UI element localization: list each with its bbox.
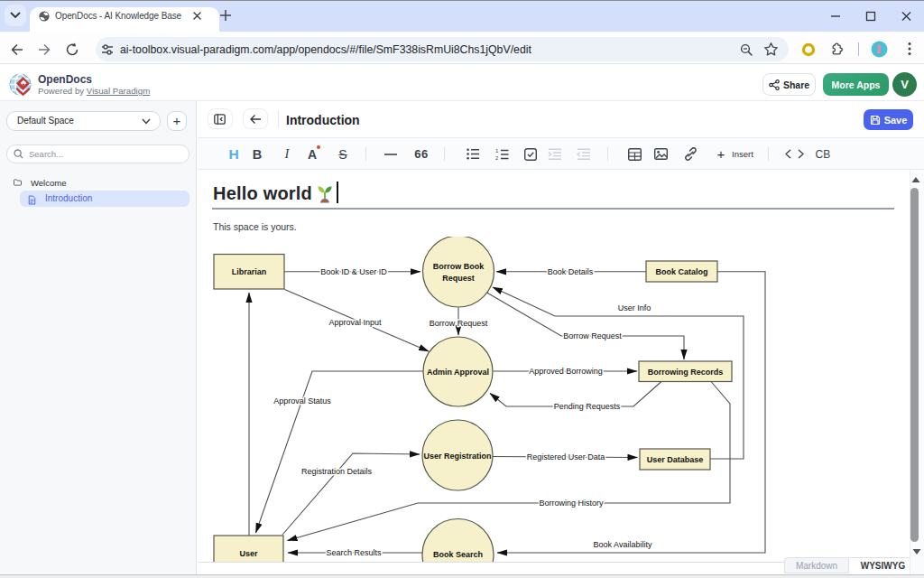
svg-text:User Info: User Info	[618, 303, 651, 312]
svg-text:Book ID & User ID: Book ID & User ID	[320, 267, 387, 276]
svg-text:Borrow Request: Borrow Request	[563, 331, 622, 340]
svg-text:Borrow Request: Borrow Request	[430, 319, 488, 328]
svg-text:Book Availability: Book Availability	[594, 540, 652, 549]
svg-text:Admin Approval: Admin Approval	[427, 368, 489, 377]
svg-text:User: User	[239, 549, 258, 558]
svg-text:Book Search: Book Search	[433, 550, 483, 559]
svg-text:Approval Input: Approval Input	[328, 318, 382, 327]
svg-text:Book Details: Book Details	[548, 267, 594, 276]
svg-text:Borrowing Records: Borrowing Records	[648, 368, 724, 377]
svg-text:User Registration: User Registration	[423, 452, 491, 461]
svg-text:Registration Details: Registration Details	[301, 467, 373, 476]
svg-text:Borrowing History: Borrowing History	[539, 499, 604, 508]
svg-text:1: 1	[495, 148, 499, 154]
svg-text:Borrow Book: Borrow Book	[433, 262, 485, 271]
svg-text:2: 2	[495, 155, 499, 161]
svg-text:Librarian: Librarian	[232, 267, 267, 276]
svg-text:Search Results: Search Results	[326, 548, 382, 557]
svg-text:Approval Status: Approval Status	[273, 396, 331, 406]
svg-text:Request: Request	[442, 274, 475, 283]
svg-text:Registered User Data: Registered User Data	[527, 452, 605, 461]
svg-text:Approved Borrowing: Approved Borrowing	[529, 367, 603, 376]
svg-text:Book Catalog: Book Catalog	[655, 267, 707, 276]
svg-text:User Database: User Database	[647, 455, 704, 464]
svg-text:Pending Requests: Pending Requests	[554, 402, 621, 411]
